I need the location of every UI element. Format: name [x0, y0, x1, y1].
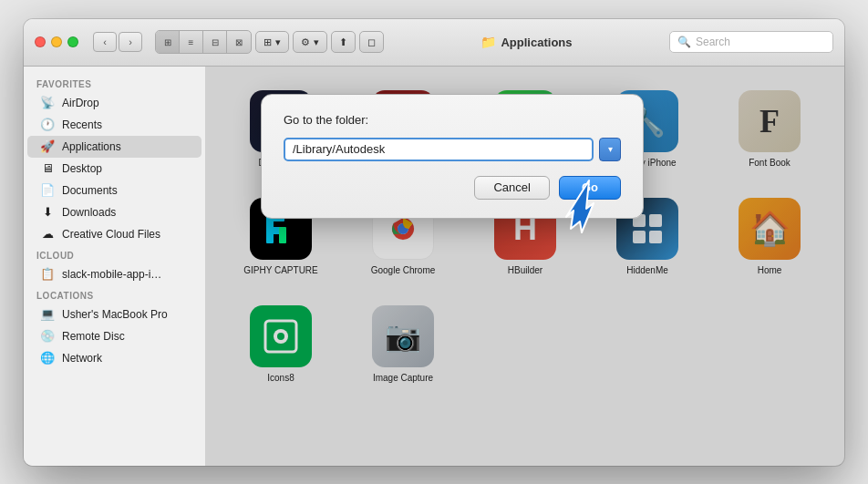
window-title-area: 📁 Applications	[391, 35, 662, 49]
folder-icon: 📁	[480, 35, 496, 49]
airdrop-label: AirDrop	[62, 97, 99, 109]
main-content: Favorites 📡 AirDrop 🕐 Recents 🚀 Applicat…	[24, 67, 844, 466]
search-icon: 🔍	[677, 36, 691, 48]
creativecloud-label: Creative Cloud Files	[62, 228, 160, 241]
chevron-down-icon2: ▾	[314, 36, 319, 48]
go-button[interactable]: Go	[559, 176, 621, 200]
remotedisc-label: Remote Disc	[62, 330, 125, 343]
close-button[interactable]	[35, 36, 46, 47]
dialog-input-row: ▾	[284, 138, 621, 161]
cancel-button[interactable]: Cancel	[474, 176, 549, 200]
finder-window: ‹ › ⊞ ≡ ⊟ ⊠ ⊞ ▾ ⚙ ▾ ⬆ ◻	[24, 19, 844, 466]
maximize-button[interactable]	[67, 36, 78, 47]
favorites-section-label: Favorites	[24, 74, 205, 92]
grid-icon: ⊞	[264, 36, 272, 48]
window-title: Applications	[501, 36, 572, 49]
back-button[interactable]: ‹	[93, 32, 117, 52]
macbook-icon: 💻	[40, 307, 55, 322]
nav-buttons: ‹ ›	[93, 32, 142, 52]
action-btn[interactable]: ⚙ ▾	[293, 31, 327, 53]
dialog-overlay: Go to the folder: ▾ Cancel Go	[206, 67, 844, 466]
sidebar-item-downloads[interactable]: ⬇ Downloads	[27, 201, 202, 223]
chevron-down-icon: ▾	[275, 36, 281, 48]
search-box[interactable]: 🔍 Search	[669, 31, 833, 53]
desktop-icon: 🖥	[40, 161, 55, 176]
grid-view-btn[interactable]: ⊞ ▾	[255, 31, 289, 53]
icon-view-btn[interactable]: ⊞	[156, 31, 180, 53]
app-grid-container: 🎛 Dashboard Aa Dictionary 📹 FaceTime 🔧 F…	[206, 67, 844, 466]
minimize-button[interactable]	[51, 36, 62, 47]
tag-icon: ◻	[367, 36, 376, 48]
network-label: Network	[62, 352, 102, 365]
recents-icon: 🕐	[40, 118, 55, 132]
locations-section-label: Locations	[24, 285, 205, 304]
forward-button[interactable]: ›	[119, 32, 142, 52]
gallery-view-btn[interactable]: ⊠	[227, 31, 251, 53]
documents-icon: 📄	[40, 183, 55, 198]
documents-label: Documents	[62, 184, 118, 197]
icloud-section-label: iCloud	[24, 245, 205, 263]
slack-icon: 📋	[40, 267, 55, 282]
network-icon: 🌐	[40, 351, 55, 366]
sidebar-item-network[interactable]: 🌐 Network	[27, 347, 202, 369]
sidebar-item-applications[interactable]: 🚀 Applications	[27, 136, 202, 158]
sidebar-item-slack[interactable]: 📋 slack-mobile-app-i…	[27, 263, 202, 285]
sidebar-item-remotedisc[interactable]: 💿 Remote Disc	[27, 325, 202, 347]
slack-label: slack-mobile-app-i…	[62, 268, 161, 281]
search-placeholder: Search	[696, 36, 730, 48]
goto-folder-dialog: Go to the folder: ▾ Cancel Go	[261, 94, 644, 219]
macbook-label: Usher's MacBook Pro	[62, 308, 168, 321]
downloads-icon: ⬇	[40, 205, 55, 220]
sidebar-item-macbook[interactable]: 💻 Usher's MacBook Pro	[27, 304, 202, 325]
title-bar: ‹ › ⊞ ≡ ⊟ ⊠ ⊞ ▾ ⚙ ▾ ⬆ ◻	[24, 19, 844, 67]
applications-label: Applications	[62, 140, 121, 153]
desktop-label: Desktop	[62, 162, 102, 175]
tag-btn[interactable]: ◻	[359, 31, 384, 53]
remotedisc-icon: 💿	[40, 329, 55, 344]
column-view-btn[interactable]: ⊟	[203, 31, 227, 53]
dropdown-button[interactable]: ▾	[599, 138, 621, 161]
creativecloud-icon: ☁	[40, 227, 55, 242]
dialog-buttons: Cancel Go	[284, 176, 621, 200]
downloads-label: Downloads	[62, 206, 116, 219]
sidebar: Favorites 📡 AirDrop 🕐 Recents 🚀 Applicat…	[24, 67, 206, 466]
sidebar-item-airdrop[interactable]: 📡 AirDrop	[27, 92, 202, 114]
applications-icon: 🚀	[40, 139, 55, 154]
view-controls: ⊞ ≡ ⊟ ⊠ ⊞ ▾ ⚙ ▾ ⬆ ◻	[155, 30, 384, 54]
gear-icon: ⚙	[301, 36, 310, 48]
recents-label: Recents	[62, 118, 102, 131]
traffic-lights	[35, 36, 78, 47]
list-view-btn[interactable]: ≡	[180, 31, 203, 53]
airdrop-icon: 📡	[40, 96, 55, 110]
share-btn[interactable]: ⬆	[331, 31, 356, 53]
share-icon: ⬆	[339, 36, 347, 48]
dialog-title: Go to the folder:	[284, 113, 621, 127]
sidebar-item-creativecloud[interactable]: ☁ Creative Cloud Files	[27, 223, 202, 245]
view-mode-group: ⊞ ≡ ⊟ ⊠	[155, 30, 252, 54]
folder-path-input[interactable]	[284, 138, 594, 161]
sidebar-item-documents[interactable]: 📄 Documents	[27, 180, 202, 201]
sidebar-item-desktop[interactable]: 🖥 Desktop	[27, 158, 202, 180]
sidebar-item-recents[interactable]: 🕐 Recents	[27, 114, 202, 136]
